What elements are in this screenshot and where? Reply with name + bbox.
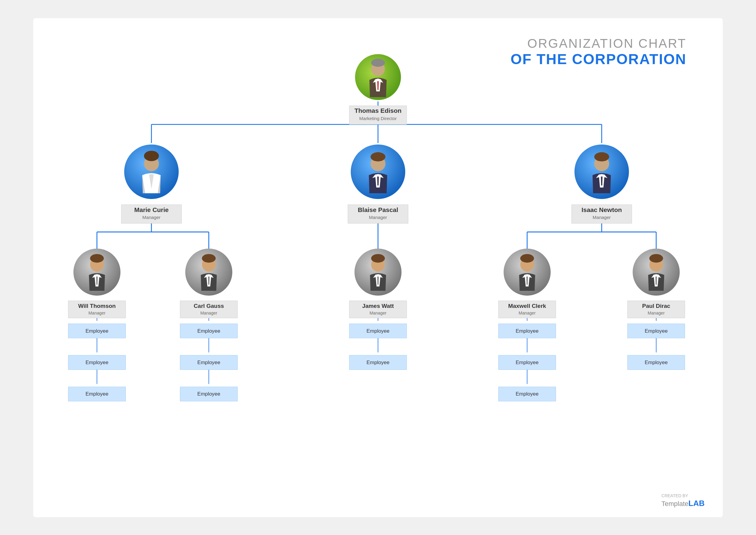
svg-text:Employee: Employee [516,328,539,334]
org-chart: Thomas Edison Marketing Director Mari [45,48,711,493]
brand-template: Template [661,500,688,507]
svg-text:Manager: Manager [89,311,105,316]
svg-point-29 [371,59,385,67]
svg-point-70 [520,254,534,263]
svg-text:Isaac Newton: Isaac Newton [581,206,622,213]
svg-point-46 [594,152,609,161]
svg-text:Employee: Employee [516,391,539,397]
svg-text:Manager: Manager [142,215,160,220]
svg-text:Employee: Employee [197,328,220,334]
svg-text:Carl Gauss: Carl Gauss [194,303,224,309]
svg-text:Employee: Employee [86,391,109,397]
svg-text:James Watt: James Watt [362,303,394,309]
svg-text:Will Thomson: Will Thomson [78,303,116,309]
svg-text:Employee: Employee [367,360,389,365]
ceo-name: Thomas Edison [354,107,401,114]
svg-text:Employee: Employee [197,360,220,365]
svg-text:Employee: Employee [645,328,668,334]
svg-text:Manager: Manager [648,311,665,316]
svg-text:Manager: Manager [369,215,387,220]
created-by-label: CREATED BY [661,493,705,498]
svg-text:Marie Curie: Marie Curie [134,206,169,213]
ceo-role: Marketing Director [359,116,397,121]
svg-text:Employee: Employee [645,360,668,365]
svg-text:Blaise Pascal: Blaise Pascal [358,206,398,213]
org-chart-svg: Thomas Edison Marketing Director Mari [45,48,711,493]
svg-text:Employee: Employee [197,391,220,397]
svg-point-76 [649,254,663,263]
svg-text:Manager: Manager [200,311,217,316]
svg-point-58 [202,254,216,263]
svg-point-52 [90,254,104,263]
svg-text:Employee: Employee [516,360,539,365]
svg-text:Manager: Manager [370,311,386,316]
branding: CREATED BY TemplateLAB [661,493,705,508]
svg-point-34 [153,153,159,157]
svg-text:Maxwell Clerk: Maxwell Clerk [508,303,546,309]
svg-text:Manager: Manager [518,311,536,316]
svg-text:Paul Dirac: Paul Dirac [642,303,670,309]
svg-text:Employee: Employee [86,328,109,334]
svg-point-64 [371,254,385,263]
svg-text:Employee: Employee [86,360,109,365]
svg-text:Employee: Employee [367,328,389,334]
brand-lab: LAB [688,499,705,508]
svg-text:Manager: Manager [593,215,611,220]
page: ORGANIZATION CHART OF THE CORPORATION [33,18,723,517]
svg-point-40 [371,152,385,161]
